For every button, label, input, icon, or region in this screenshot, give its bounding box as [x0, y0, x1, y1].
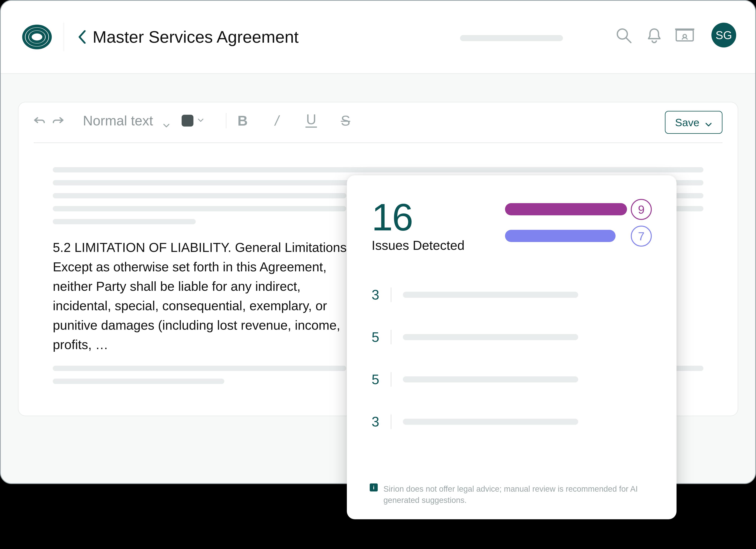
- issue-row-count: 3: [372, 414, 387, 430]
- text-placeholder: [403, 292, 578, 298]
- bar-fill: [505, 230, 616, 242]
- issue-row-count: 5: [372, 329, 387, 345]
- chevron-down-icon: [705, 119, 712, 126]
- back-icon[interactable]: [77, 30, 87, 44]
- text-placeholder: [53, 366, 346, 371]
- divider: [391, 330, 391, 344]
- present-icon[interactable]: [675, 26, 694, 45]
- undo-button[interactable]: [34, 115, 45, 126]
- text-placeholder: [403, 376, 578, 382]
- text-placeholder: [53, 193, 346, 198]
- divider: [391, 372, 391, 387]
- editor-toolbar: Normal text B / U: [18, 102, 738, 128]
- divider: [391, 414, 391, 429]
- bold-button[interactable]: B: [236, 114, 249, 127]
- chevron-down-icon: [197, 117, 205, 124]
- issues-bars: 9 7: [505, 198, 652, 244]
- avatar[interactable]: SG: [711, 23, 736, 47]
- avatar-initials: SG: [716, 29, 732, 42]
- color-swatch: [182, 115, 193, 127]
- bar-value: 9: [631, 199, 652, 220]
- bar-fill: [505, 203, 627, 215]
- text-style-label: Normal text: [83, 113, 153, 128]
- issue-breakdown-list: 3 5 5 3: [372, 287, 652, 430]
- redo-button[interactable]: [52, 115, 64, 126]
- header-placeholder: [460, 35, 563, 41]
- text-placeholder: [403, 334, 578, 340]
- info-icon: i: [370, 483, 378, 491]
- text-placeholder: [53, 206, 346, 211]
- toolbar-divider: [226, 113, 226, 128]
- text-placeholder: [403, 419, 578, 425]
- disclaimer-text: Sirion does not offer legal advice; manu…: [383, 483, 654, 506]
- text-style-select[interactable]: Normal text: [83, 113, 170, 128]
- svg-point-2: [30, 32, 44, 42]
- svg-rect-5: [676, 30, 693, 41]
- divider: [391, 288, 391, 302]
- issue-row-count: 3: [372, 287, 387, 303]
- issues-panel: 16 Issues Detected 9 7 3 5: [347, 175, 677, 519]
- app-header: Master Services Agreement SG: [1, 1, 755, 73]
- issues-bar-2[interactable]: 7: [505, 228, 652, 244]
- page-title: Master Services Agreement: [93, 27, 299, 47]
- text-placeholder: [53, 379, 224, 384]
- issues-count: 16: [372, 198, 465, 236]
- issue-row[interactable]: 5: [372, 329, 652, 345]
- header-divider: [64, 23, 64, 51]
- issues-bar-1[interactable]: 9: [505, 202, 652, 217]
- bar-value: 7: [631, 226, 652, 247]
- text-placeholder: [53, 167, 703, 172]
- chevron-down-icon: [163, 117, 170, 124]
- brand-logo: [22, 22, 52, 52]
- italic-button[interactable]: /: [270, 114, 284, 127]
- issue-row-count: 5: [372, 372, 387, 387]
- issue-row[interactable]: 5: [372, 372, 652, 387]
- bell-icon[interactable]: [645, 26, 664, 45]
- issues-label: Issues Detected: [372, 238, 465, 253]
- disclaimer: i Sirion does not offer legal advice; ma…: [370, 483, 654, 506]
- save-button[interactable]: Save: [665, 111, 722, 134]
- toolbar-border: [34, 142, 722, 143]
- underline-button[interactable]: U: [305, 114, 318, 127]
- text-placeholder: [53, 219, 196, 224]
- save-label: Save: [675, 116, 699, 129]
- search-icon[interactable]: [614, 26, 633, 45]
- issue-row[interactable]: 3: [372, 414, 652, 430]
- issue-row[interactable]: 3: [372, 287, 652, 303]
- strike-button[interactable]: S: [339, 114, 352, 127]
- text-color-picker[interactable]: [182, 115, 205, 127]
- svg-line-4: [626, 38, 631, 42]
- paragraph-5-2[interactable]: 5.2 LIMITATION OF LIABILITY. General Lim…: [53, 238, 362, 354]
- header-border: [1, 73, 755, 74]
